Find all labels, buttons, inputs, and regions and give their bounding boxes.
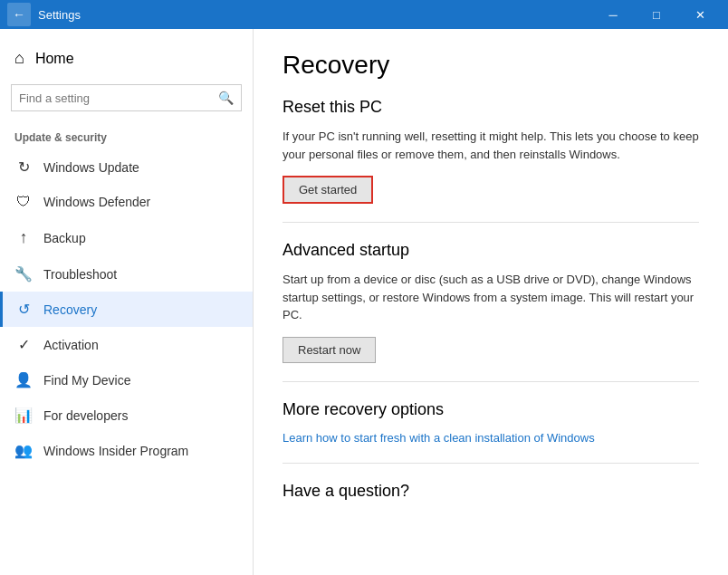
more-options-title: More recovery options [283,400,699,419]
sidebar-section-label: Update & security [0,119,253,149]
sidebar-home[interactable]: ⌂ Home [0,40,253,77]
find-my-device-icon: 👤 [14,371,33,388]
maximize-icon: □ [653,8,660,22]
app-body: ⌂ Home 🔍 Update & security ↻ Windows Upd… [0,29,728,575]
sidebar-item-recovery[interactable]: ↺ Recovery [0,292,253,327]
get-started-button[interactable]: Get started [283,176,373,204]
troubleshoot-icon: 🔧 [14,265,33,283]
windows-update-icon: ↻ [14,158,33,176]
sidebar-item-label: Troubleshoot [43,267,117,282]
advanced-startup-title: Advanced startup [283,241,699,260]
sidebar-item-for-developers[interactable]: 📊 For developers [0,398,253,433]
sidebar-item-find-my-device[interactable]: 👤 Find My Device [0,362,253,398]
reset-pc-desc: If your PC isn't running well, resetting… [283,128,699,163]
activation-icon: ✓ [14,336,33,353]
page-title: Recovery [283,51,699,80]
sidebar-item-label: Backup [43,231,86,245]
content-area: Recovery Reset this PC If your PC isn't … [254,29,728,575]
home-icon: ⌂ [14,49,24,68]
have-question-title: Have a question? [283,482,699,501]
for-developers-icon: 📊 [14,407,33,424]
sidebar-item-windows-insider[interactable]: 👥 Windows Insider Program [0,433,253,468]
home-label: Home [35,51,74,67]
sidebar-item-label: Activation [43,338,99,352]
search-icon: 🔍 [211,85,241,110]
titlebar: ← Settings ─ □ ✕ [0,0,728,29]
fresh-install-link[interactable]: Learn how to start fresh with a clean in… [283,431,595,445]
back-icon: ← [13,7,25,22]
minimize-button[interactable]: ─ [592,0,634,29]
sidebar-item-windows-update[interactable]: ↻ Windows Update [0,149,253,185]
back-button[interactable]: ← [7,3,31,26]
sidebar-item-label: Find My Device [43,373,130,388]
reset-pc-title: Reset this PC [283,98,699,117]
sidebar-item-troubleshoot[interactable]: 🔧 Troubleshoot [0,256,253,292]
divider-2 [283,381,699,382]
windows-insider-icon: 👥 [14,442,33,459]
sidebar-item-label: Recovery [43,302,97,317]
titlebar-left: ← Settings [7,3,81,26]
titlebar-controls: ─ □ ✕ [592,0,721,29]
search-input[interactable] [12,86,211,110]
search-box: 🔍 [11,84,242,111]
restart-now-button[interactable]: Restart now [283,337,376,363]
titlebar-title: Settings [38,8,81,22]
sidebar-item-label: Windows Update [43,160,139,175]
sidebar-item-windows-defender[interactable]: 🛡 Windows Defender [0,185,253,219]
sidebar-item-activation[interactable]: ✓ Activation [0,327,253,362]
sidebar: ⌂ Home 🔍 Update & security ↻ Windows Upd… [0,29,254,575]
divider-3 [283,463,699,464]
close-button[interactable]: ✕ [679,0,721,29]
sidebar-item-label: Windows Insider Program [43,444,188,458]
sidebar-item-backup[interactable]: ↑ Backup [0,219,253,256]
windows-defender-icon: 🛡 [14,194,33,210]
sidebar-item-label: For developers [43,408,128,423]
backup-icon: ↑ [14,228,33,247]
maximize-button[interactable]: □ [636,0,677,29]
recovery-icon: ↺ [14,301,33,318]
close-icon: ✕ [695,8,705,22]
divider-1 [283,222,699,223]
advanced-startup-desc: Start up from a device or disc (such as … [283,271,699,324]
minimize-icon: ─ [608,8,617,22]
sidebar-item-label: Windows Defender [43,195,150,209]
